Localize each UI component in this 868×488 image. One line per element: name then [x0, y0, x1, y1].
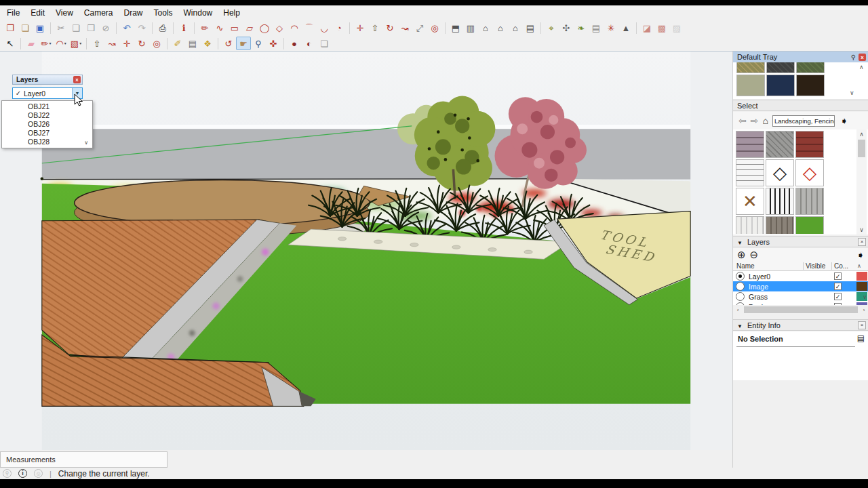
material-thumb-olive[interactable]: [736, 62, 765, 73]
rotate-tool-icon[interactable]: ↻: [382, 21, 397, 35]
layer-option-obj22[interactable]: OBJ22: [2, 111, 92, 120]
layer-active-radio[interactable]: [736, 272, 745, 281]
chevron-down-icon[interactable]: ∨: [856, 226, 867, 233]
pin-icon[interactable]: ⚲: [851, 54, 856, 61]
menu-edit[interactable]: Edit: [25, 6, 50, 20]
credits-info-icon[interactable]: i: [18, 469, 27, 478]
layer-visible-checkbox[interactable]: ✓: [834, 283, 842, 290]
material-wood-crossbuck[interactable]: ✕: [736, 188, 764, 215]
chevron-up-icon[interactable]: ∧: [850, 263, 868, 269]
close-icon[interactable]: x: [73, 76, 81, 83]
layers-hscrollbar[interactable]: ‹ ›: [733, 305, 868, 314]
offset-tool-icon[interactable]: ◎: [149, 37, 164, 50]
select-section-header[interactable]: Select: [733, 100, 868, 111]
walk-tool-icon[interactable]: ✣: [559, 21, 574, 35]
shadows-dialog-tool-icon[interactable]: ◐: [302, 37, 317, 50]
menu-help[interactable]: Help: [218, 6, 245, 20]
view-front-icon[interactable]: ⌂: [478, 21, 493, 35]
in-model-home-icon[interactable]: ⌂: [762, 115, 768, 126]
column-header-visible[interactable]: Visible: [804, 262, 832, 270]
collapse-triangle-icon[interactable]: ▼: [737, 240, 743, 246]
chevron-down-icon[interactable]: ∨: [863, 294, 867, 300]
forward-arrow-icon[interactable]: ⇨: [751, 115, 759, 126]
open-file-icon[interactable]: ❏: [18, 21, 33, 35]
menu-file[interactable]: File: [1, 6, 25, 20]
menu-view[interactable]: View: [50, 6, 79, 20]
dropdown-caret-icon[interactable]: ▾: [49, 41, 51, 45]
shadows-tool-icon[interactable]: ●: [287, 37, 302, 50]
look-around-tool-icon[interactable]: ❧: [574, 21, 589, 35]
chevron-right-icon[interactable]: ›: [859, 307, 868, 313]
axes-tool-icon[interactable]: ✳: [604, 21, 618, 35]
move-tool-icon[interactable]: ✛: [353, 21, 368, 35]
material-iron-fence[interactable]: [766, 188, 794, 215]
layers-section-header[interactable]: ▼ Layers ×: [733, 236, 868, 247]
material-thumb-greenspeckle[interactable]: [796, 62, 825, 73]
layer-row-layer0[interactable]: Layer0✓: [733, 271, 868, 281]
geolocation-icon[interactable]: ⚲: [3, 469, 12, 478]
chevron-up-icon[interactable]: ∧: [856, 131, 867, 138]
arc-tool-icon[interactable]: ◠: [287, 21, 302, 35]
material-thumb-darkbrown[interactable]: [796, 75, 825, 96]
follow-me-tool-icon[interactable]: ↝: [104, 37, 119, 50]
entity-thumbnail-icon[interactable]: ▤: [857, 333, 865, 343]
section-display-tool-icon[interactable]: ▨: [669, 21, 684, 35]
three-point-arc-tool-icon[interactable]: ◡: [317, 21, 332, 35]
material-chainlink-red[interactable]: ◇: [795, 159, 824, 186]
view-top-icon[interactable]: ⌂: [493, 21, 508, 35]
orbit-tool-icon[interactable]: ↺: [221, 37, 236, 50]
scale-tool-icon[interactable]: ⤢: [412, 21, 427, 35]
redo-icon[interactable]: ↷: [134, 21, 149, 35]
text-annotation-tool-icon[interactable]: ▤: [589, 21, 604, 35]
floating-layers-titlebar[interactable]: Layers x: [12, 75, 83, 85]
menu-camera[interactable]: Camera: [79, 6, 119, 20]
layer-option-obj28[interactable]: OBJ28: [2, 138, 92, 146]
layer-dropdown-list[interactable]: OBJ21OBJ22OBJ26OBJ27OBJ28∨: [1, 100, 93, 148]
close-icon[interactable]: ×: [858, 321, 866, 329]
remove-layer-icon[interactable]: ⊖: [750, 249, 759, 261]
entity-info-header[interactable]: ▼ Entity Info ×: [733, 319, 868, 331]
line-tool-dropdown-icon[interactable]: ✏▾: [39, 37, 54, 50]
polygon-tool-icon[interactable]: ◇: [272, 21, 287, 35]
two-point-arc-tool-icon[interactable]: ⌒: [302, 21, 317, 35]
close-icon[interactable]: x: [859, 54, 866, 61]
move-tool-icon[interactable]: ✛: [119, 37, 134, 50]
undo-icon[interactable]: ↶: [119, 21, 134, 35]
cut-icon[interactable]: ✂: [54, 21, 68, 35]
material-wood-weathered[interactable]: [766, 216, 794, 234]
sign-in-icon[interactable]: ☺: [34, 469, 43, 478]
view-back-icon[interactable]: ⌂: [508, 21, 523, 35]
material-grass[interactable]: [795, 216, 824, 234]
material-barbed-wire[interactable]: [736, 159, 764, 186]
menu-draw[interactable]: Draw: [119, 6, 149, 20]
position-camera-tool-icon[interactable]: ⌖: [544, 21, 559, 35]
material-thumb-darkgravel[interactable]: [766, 62, 795, 73]
add-layer-icon[interactable]: ⊕: [737, 249, 746, 261]
materials-category-dropdown[interactable]: Landscaping, Fencing a ▼: [772, 115, 835, 127]
layer-active-radio[interactable]: [736, 282, 745, 291]
tape-measure-tool-icon[interactable]: ✐: [170, 37, 185, 50]
material-thumb-navy[interactable]: [766, 75, 795, 96]
layer-option-obj27[interactable]: OBJ27: [2, 129, 92, 138]
layer-row-grass[interactable]: Grass✓: [733, 291, 868, 302]
cone-marker-tool-icon[interactable]: ▲: [618, 21, 633, 35]
rotate-tool-icon[interactable]: ↻: [134, 37, 149, 50]
eraser-tool-icon[interactable]: ▰: [24, 37, 39, 50]
material-red-brick[interactable]: [795, 131, 824, 158]
model-info-icon[interactable]: ℹ: [176, 21, 191, 35]
chevron-up-icon[interactable]: ∧: [859, 64, 864, 70]
dropdown-caret-icon[interactable]: ▾: [79, 41, 81, 45]
menu-tools[interactable]: Tools: [149, 6, 178, 20]
material-cobblestone[interactable]: [766, 131, 794, 158]
menu-window[interactable]: Window: [178, 6, 218, 20]
freehand-tool-icon[interactable]: ∿: [212, 21, 227, 35]
column-header-color[interactable]: Co...: [832, 262, 850, 270]
layer-row-image[interactable]: Image✓: [733, 281, 868, 291]
current-layer-combobox[interactable]: ✓ Layer0 ▼: [12, 87, 83, 99]
print-icon[interactable]: ⎙: [155, 21, 170, 35]
layer-visible-checkbox[interactable]: ✓: [834, 293, 842, 300]
export-image-tool-icon[interactable]: ❏: [317, 37, 332, 50]
paste-icon[interactable]: ❒: [83, 21, 98, 35]
pie-tool-icon[interactable]: ◔: [332, 21, 347, 35]
close-icon[interactable]: ×: [858, 238, 866, 246]
